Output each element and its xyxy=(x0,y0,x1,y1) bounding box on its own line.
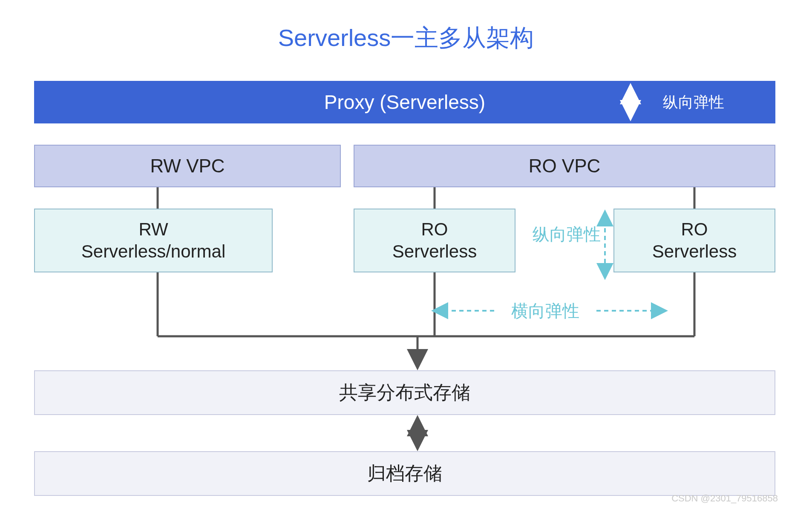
ro-node-2-box: RO Serverless xyxy=(613,209,775,272)
vertical-elastic-label: 纵向弹性 xyxy=(524,221,609,247)
horizontal-elastic-label: 横向弹性 xyxy=(503,298,588,323)
proxy-elastic-label: 纵向弹性 xyxy=(648,81,733,123)
shared-storage-box: 共享分布式存储 xyxy=(34,370,775,415)
archive-storage-box: 归档存储 xyxy=(34,451,775,496)
proxy-label: Proxy (Serverless) xyxy=(324,91,485,114)
diagram-canvas: Serverless一主多从架构 Proxy (Serverless) 纵向弹性… xyxy=(0,0,812,521)
diagram-title: Serverless一主多从架构 xyxy=(0,21,812,55)
ro-node-1-box: RO Serverless xyxy=(354,209,515,272)
rw-vpc-box: RW VPC xyxy=(34,145,341,187)
ro-vpc-box: RO VPC xyxy=(354,145,775,187)
watermark: CSDN @2301_79516858 xyxy=(671,493,778,504)
rw-node-box: RW Serverless/normal xyxy=(34,209,273,272)
